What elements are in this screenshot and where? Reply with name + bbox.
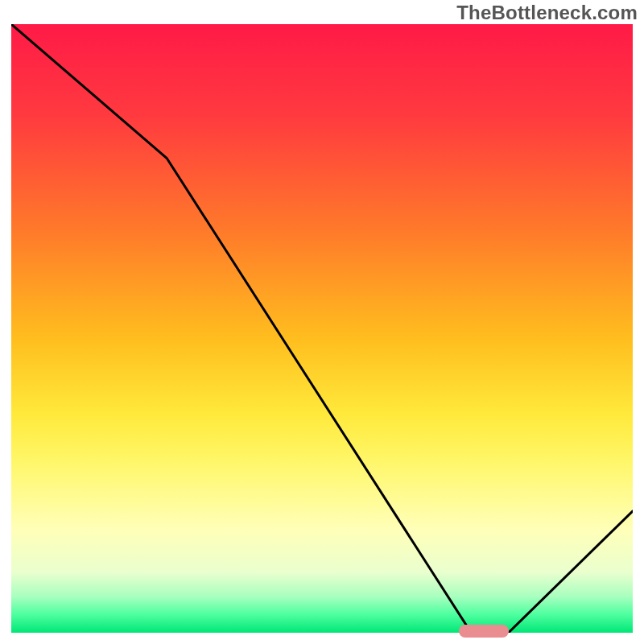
- plot-area: [11, 24, 633, 633]
- watermark-text: TheBottleneck.com: [456, 2, 638, 24]
- chart-container: TheBottleneck.com: [0, 0, 644, 644]
- bottleneck-curve: [11, 24, 633, 633]
- optimal-range-marker: [459, 625, 509, 638]
- curve-path: [11, 24, 633, 633]
